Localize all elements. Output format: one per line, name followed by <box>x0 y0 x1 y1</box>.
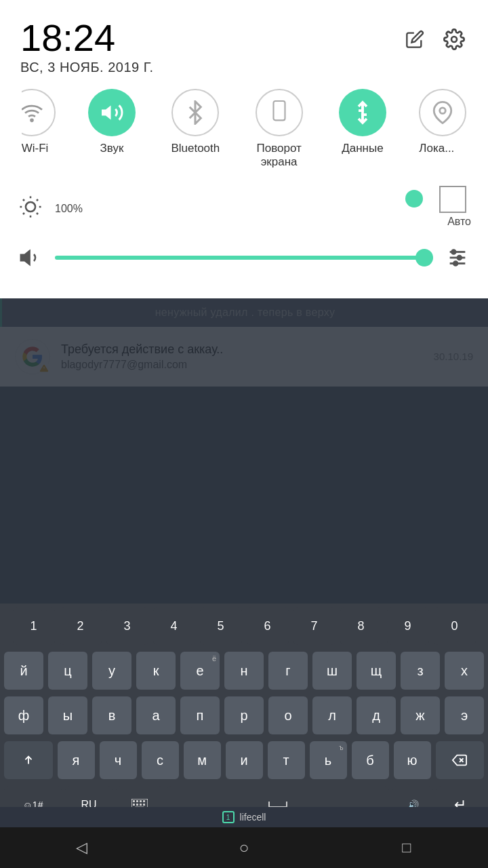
key-е[interactable]: её <box>180 652 220 690</box>
key-р[interactable]: р <box>224 696 264 734</box>
toggle-wifi[interactable]: Wi-Fi <box>22 89 56 155</box>
key-з[interactable]: з <box>401 652 440 690</box>
backspace-key[interactable] <box>436 741 485 779</box>
recents-icon: □ <box>402 839 411 856</box>
key-0[interactable]: 0 <box>434 607 476 645</box>
recents-button[interactable]: □ <box>380 834 434 861</box>
svg-point-6 <box>26 202 35 212</box>
key-о[interactable]: о <box>268 696 308 734</box>
key-ы[interactable]: ы <box>48 696 87 734</box>
svg-rect-35 <box>143 804 145 806</box>
home-button[interactable]: ○ <box>217 834 271 861</box>
sound-toggle-circle <box>88 89 136 136</box>
svg-line-10 <box>37 213 38 214</box>
auto-brightness-checkbox[interactable] <box>439 186 466 213</box>
key-ш[interactable]: ш <box>312 652 352 690</box>
key-ц[interactable]: ц <box>48 652 87 690</box>
volume-icon-wrap <box>17 244 44 271</box>
key-1[interactable]: 1 <box>13 607 55 645</box>
edit-button[interactable] <box>401 26 428 53</box>
shift-key[interactable] <box>4 741 53 779</box>
toggle-bluetooth[interactable]: Bluetooth <box>168 89 222 155</box>
key-ч[interactable]: ч <box>100 741 137 779</box>
key-9[interactable]: 9 <box>387 607 429 645</box>
svg-point-0 <box>451 37 457 42</box>
sound-label: Звук <box>100 142 124 155</box>
svg-point-5 <box>440 108 446 114</box>
wifi-icon <box>22 101 43 124</box>
key-у[interactable]: у <box>92 652 131 690</box>
key-п[interactable]: п <box>180 696 220 734</box>
key-й[interactable]: й <box>4 652 43 690</box>
svg-rect-3 <box>273 101 285 120</box>
toggle-location[interactable]: Лока... <box>419 89 466 155</box>
key-б[interactable]: б <box>352 741 389 779</box>
volume-thumb[interactable] <box>415 249 433 267</box>
volume-slider[interactable] <box>55 256 433 260</box>
svg-line-14 <box>37 199 38 201</box>
settings-button[interactable] <box>441 26 468 53</box>
svg-rect-29 <box>136 800 138 802</box>
toggle-data[interactable]: Данные <box>336 89 390 155</box>
svg-rect-33 <box>136 804 138 806</box>
key-ь[interactable]: ьъ <box>310 741 347 779</box>
backspace-icon <box>451 753 468 768</box>
equalizer-button[interactable] <box>444 244 471 271</box>
brightness-row: 100% Авто <box>0 176 488 237</box>
key-4[interactable]: 4 <box>153 607 195 645</box>
key-6[interactable]: 6 <box>247 607 289 645</box>
rotation-toggle-circle <box>256 89 303 136</box>
time-display: 18:24 <box>20 19 154 57</box>
key-и[interactable]: и <box>226 741 263 779</box>
key-ю[interactable]: ю <box>394 741 431 779</box>
svg-marker-15 <box>21 251 30 264</box>
key-х[interactable]: х <box>445 652 484 690</box>
key-щ[interactable]: щ <box>357 652 396 690</box>
rotation-icon <box>268 98 291 127</box>
key-ф[interactable]: ф <box>4 696 43 734</box>
key-а[interactable]: а <box>136 696 176 734</box>
brightness-icon <box>19 195 42 218</box>
toggle-rotation[interactable]: Поворотэкрана <box>252 89 306 170</box>
key-я[interactable]: я <box>58 741 95 779</box>
key-л[interactable]: л <box>312 696 352 734</box>
data-toggle-circle <box>339 89 386 136</box>
brightness-thumb[interactable] <box>405 190 423 208</box>
key-с[interactable]: с <box>142 741 179 779</box>
svg-point-21 <box>453 261 458 265</box>
key-5[interactable]: 5 <box>200 607 242 645</box>
svg-marker-2 <box>102 106 111 120</box>
key-ж[interactable]: ж <box>401 696 440 734</box>
svg-rect-31 <box>143 800 145 802</box>
settings-icon <box>443 28 465 50</box>
keyboard: 1 2 3 4 5 6 7 8 9 0 й ц у к её н г ш щ з… <box>0 604 488 827</box>
back-icon: ◁ <box>76 839 87 856</box>
toggle-sound[interactable]: Звук <box>85 89 139 155</box>
key-г[interactable]: г <box>268 652 308 690</box>
svg-rect-30 <box>140 800 142 802</box>
key-3[interactable]: 3 <box>106 607 148 645</box>
key-н[interactable]: н <box>224 652 264 690</box>
brightness-icon-wrap <box>17 193 44 220</box>
back-button[interactable]: ◁ <box>54 834 108 861</box>
navigation-bar: ◁ ○ □ <box>0 827 488 868</box>
svg-rect-28 <box>133 800 135 802</box>
key-м[interactable]: м <box>184 741 221 779</box>
key-7[interactable]: 7 <box>293 607 336 645</box>
key-в[interactable]: в <box>92 696 131 734</box>
carrier-name: lifecell <box>240 812 266 823</box>
carrier-bar: 1 lifecell <box>0 807 488 827</box>
quick-toggles-row: Wi-Fi Звук Bluetooth <box>0 82 488 176</box>
key-т[interactable]: т <box>268 741 305 779</box>
key-э[interactable]: э <box>445 696 484 734</box>
bluetooth-label: Bluetooth <box>171 142 220 155</box>
key-к[interactable]: к <box>136 652 176 690</box>
rotation-label: Поворотэкрана <box>256 142 301 170</box>
shift-icon <box>21 753 36 768</box>
volume-icon <box>19 246 42 269</box>
panel-header: 18:24 ВС, 3 НОЯБ. 2019 Г. <box>0 0 488 82</box>
bluetooth-toggle-circle <box>171 89 219 136</box>
key-2[interactable]: 2 <box>60 607 102 645</box>
key-8[interactable]: 8 <box>340 607 382 645</box>
key-д[interactable]: д <box>357 696 396 734</box>
